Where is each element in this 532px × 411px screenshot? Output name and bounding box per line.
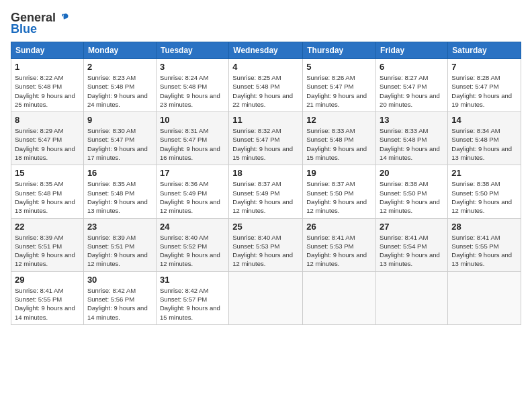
calendar-cell: 22Sunrise: 8:39 AMSunset: 5:51 PMDayligh… — [11, 218, 84, 271]
weekday-header-friday: Friday — [376, 42, 448, 59]
calendar-cell: 17Sunrise: 8:36 AMSunset: 5:49 PMDayligh… — [156, 165, 228, 218]
day-info: Sunrise: 8:42 AMSunset: 5:56 PMDaylight:… — [87, 287, 148, 321]
day-info: Sunrise: 8:41 AMSunset: 5:55 PMDaylight:… — [15, 287, 75, 321]
calendar-cell: 16Sunrise: 8:35 AMSunset: 5:48 PMDayligh… — [83, 165, 156, 218]
calendar-cell: 21Sunrise: 8:38 AMSunset: 5:50 PMDayligh… — [448, 165, 521, 218]
day-number: 13 — [380, 115, 444, 125]
day-number: 2 — [87, 62, 152, 72]
calendar-cell: 12Sunrise: 8:33 AMSunset: 5:48 PMDayligh… — [303, 112, 376, 165]
day-info: Sunrise: 8:39 AMSunset: 5:51 PMDaylight:… — [87, 234, 148, 268]
day-info: Sunrise: 8:35 AMSunset: 5:48 PMDaylight:… — [15, 180, 75, 214]
calendar-cell: 15Sunrise: 8:35 AMSunset: 5:48 PMDayligh… — [11, 165, 84, 218]
day-number: 21 — [451, 168, 517, 178]
day-info: Sunrise: 8:22 AMSunset: 5:48 PMDaylight:… — [15, 74, 75, 108]
calendar-cell: 14Sunrise: 8:34 AMSunset: 5:48 PMDayligh… — [448, 112, 521, 165]
day-info: Sunrise: 8:40 AMSunset: 5:53 PMDaylight:… — [232, 234, 293, 268]
page: General Blue SundayMondayTuesdayWednesda… — [0, 0, 532, 411]
day-number: 27 — [380, 222, 444, 232]
day-number: 23 — [87, 222, 152, 232]
day-number: 11 — [232, 115, 299, 125]
calendar-cell: 11Sunrise: 8:32 AMSunset: 5:47 PMDayligh… — [229, 112, 303, 165]
calendar-week-row: 1Sunrise: 8:22 AMSunset: 5:48 PMDaylight… — [11, 59, 521, 112]
calendar-cell — [376, 271, 448, 324]
calendar-cell: 6Sunrise: 8:27 AMSunset: 5:47 PMDaylight… — [376, 59, 448, 112]
day-number: 14 — [451, 115, 517, 125]
day-info: Sunrise: 8:36 AMSunset: 5:49 PMDaylight:… — [160, 180, 220, 214]
calendar-cell: 13Sunrise: 8:33 AMSunset: 5:48 PMDayligh… — [376, 112, 448, 165]
day-info: Sunrise: 8:24 AMSunset: 5:48 PMDaylight:… — [160, 74, 220, 108]
calendar-cell: 23Sunrise: 8:39 AMSunset: 5:51 PMDayligh… — [83, 218, 156, 271]
day-info: Sunrise: 8:38 AMSunset: 5:50 PMDaylight:… — [380, 180, 440, 214]
calendar-cell: 2Sunrise: 8:23 AMSunset: 5:48 PMDaylight… — [83, 59, 156, 112]
day-number: 4 — [232, 62, 299, 72]
calendar-table: SundayMondayTuesdayWednesdayThursdayFrid… — [11, 42, 521, 325]
day-number: 18 — [232, 168, 299, 178]
calendar-cell: 10Sunrise: 8:31 AMSunset: 5:47 PMDayligh… — [156, 112, 228, 165]
day-number: 8 — [15, 115, 80, 125]
day-info: Sunrise: 8:33 AMSunset: 5:48 PMDaylight:… — [306, 127, 367, 161]
day-number: 25 — [232, 222, 299, 232]
day-number: 3 — [160, 62, 225, 72]
calendar-cell: 24Sunrise: 8:40 AMSunset: 5:52 PMDayligh… — [156, 218, 228, 271]
day-info: Sunrise: 8:34 AMSunset: 5:48 PMDaylight:… — [451, 127, 512, 161]
day-number: 24 — [160, 222, 225, 232]
day-info: Sunrise: 8:33 AMSunset: 5:48 PMDaylight:… — [380, 127, 440, 161]
calendar-cell: 29Sunrise: 8:41 AMSunset: 5:55 PMDayligh… — [11, 271, 84, 324]
calendar-cell: 1Sunrise: 8:22 AMSunset: 5:48 PMDaylight… — [11, 59, 84, 112]
day-number: 20 — [380, 168, 444, 178]
day-info: Sunrise: 8:38 AMSunset: 5:50 PMDaylight:… — [451, 180, 512, 214]
calendar-cell: 31Sunrise: 8:42 AMSunset: 5:57 PMDayligh… — [156, 271, 228, 324]
day-number: 26 — [306, 222, 372, 232]
calendar-cell: 18Sunrise: 8:37 AMSunset: 5:49 PMDayligh… — [229, 165, 303, 218]
calendar-cell — [448, 271, 521, 324]
calendar-cell: 20Sunrise: 8:38 AMSunset: 5:50 PMDayligh… — [376, 165, 448, 218]
day-number: 6 — [380, 62, 444, 72]
day-info: Sunrise: 8:41 AMSunset: 5:55 PMDaylight:… — [451, 234, 512, 268]
logo-bird-icon — [57, 11, 71, 25]
weekday-header-saturday: Saturday — [448, 42, 521, 59]
day-number: 5 — [306, 62, 372, 72]
day-number: 29 — [15, 275, 80, 285]
day-number: 17 — [160, 168, 225, 178]
day-number: 22 — [15, 222, 80, 232]
day-info: Sunrise: 8:37 AMSunset: 5:49 PMDaylight:… — [232, 180, 293, 214]
day-info: Sunrise: 8:40 AMSunset: 5:52 PMDaylight:… — [160, 234, 220, 268]
calendar-cell: 25Sunrise: 8:40 AMSunset: 5:53 PMDayligh… — [229, 218, 303, 271]
calendar-cell: 28Sunrise: 8:41 AMSunset: 5:55 PMDayligh… — [448, 218, 521, 271]
day-info: Sunrise: 8:41 AMSunset: 5:53 PMDaylight:… — [306, 234, 367, 268]
day-number: 10 — [160, 115, 225, 125]
day-info: Sunrise: 8:27 AMSunset: 5:47 PMDaylight:… — [380, 74, 440, 108]
weekday-header-tuesday: Tuesday — [156, 42, 228, 59]
weekday-header-monday: Monday — [83, 42, 156, 59]
header: General Blue — [11, 8, 521, 36]
day-info: Sunrise: 8:39 AMSunset: 5:51 PMDaylight:… — [15, 234, 75, 268]
day-info: Sunrise: 8:35 AMSunset: 5:48 PMDaylight:… — [87, 180, 148, 214]
day-number: 30 — [87, 275, 152, 285]
day-number: 7 — [451, 62, 517, 72]
calendar-week-row: 29Sunrise: 8:41 AMSunset: 5:55 PMDayligh… — [11, 271, 521, 324]
logo: General Blue — [11, 11, 71, 36]
calendar-cell: 26Sunrise: 8:41 AMSunset: 5:53 PMDayligh… — [303, 218, 376, 271]
day-info: Sunrise: 8:41 AMSunset: 5:54 PMDaylight:… — [380, 234, 440, 268]
calendar-cell: 19Sunrise: 8:37 AMSunset: 5:50 PMDayligh… — [303, 165, 376, 218]
calendar-cell: 8Sunrise: 8:29 AMSunset: 5:47 PMDaylight… — [11, 112, 84, 165]
calendar-week-row: 15Sunrise: 8:35 AMSunset: 5:48 PMDayligh… — [11, 165, 521, 218]
day-info: Sunrise: 8:30 AMSunset: 5:47 PMDaylight:… — [87, 127, 148, 161]
calendar-cell: 30Sunrise: 8:42 AMSunset: 5:56 PMDayligh… — [83, 271, 156, 324]
day-info: Sunrise: 8:23 AMSunset: 5:48 PMDaylight:… — [87, 74, 148, 108]
day-info: Sunrise: 8:32 AMSunset: 5:47 PMDaylight:… — [232, 127, 293, 161]
day-info: Sunrise: 8:42 AMSunset: 5:57 PMDaylight:… — [160, 287, 220, 321]
calendar-cell: 5Sunrise: 8:26 AMSunset: 5:47 PMDaylight… — [303, 59, 376, 112]
calendar-week-row: 8Sunrise: 8:29 AMSunset: 5:47 PMDaylight… — [11, 112, 521, 165]
day-info: Sunrise: 8:28 AMSunset: 5:47 PMDaylight:… — [451, 74, 512, 108]
day-number: 15 — [15, 168, 80, 178]
calendar-cell — [229, 271, 303, 324]
day-number: 12 — [306, 115, 372, 125]
calendar-cell: 9Sunrise: 8:30 AMSunset: 5:47 PMDaylight… — [83, 112, 156, 165]
day-number: 31 — [160, 275, 225, 285]
day-info: Sunrise: 8:31 AMSunset: 5:47 PMDaylight:… — [160, 127, 220, 161]
day-number: 28 — [451, 222, 517, 232]
calendar-cell — [303, 271, 376, 324]
calendar-cell: 7Sunrise: 8:28 AMSunset: 5:47 PMDaylight… — [448, 59, 521, 112]
calendar-header-row: SundayMondayTuesdayWednesdayThursdayFrid… — [11, 42, 521, 59]
